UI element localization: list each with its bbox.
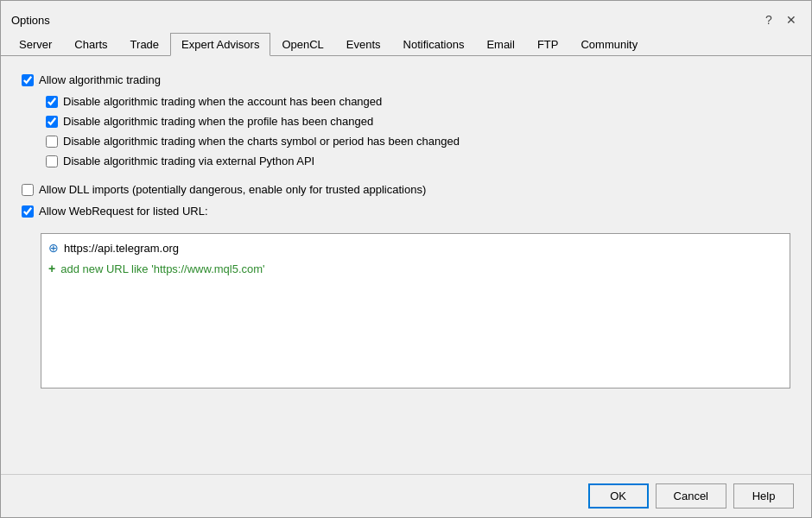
disable-account-label: Disable algorithmic trading when the acc… (63, 95, 382, 108)
disable-python-item[interactable]: Disable algorithmic trading via external… (46, 155, 790, 167)
add-url-placeholder: add new URL like 'https://www.mql5.com' (60, 262, 264, 275)
sub-checkbox-group: Disable algorithmic trading when the acc… (46, 95, 790, 167)
tab-opencl[interactable]: OpenCL (270, 33, 334, 56)
disable-python-checkbox[interactable] (46, 155, 58, 167)
tab-bar: Server Charts Trade Expert Advisors Open… (1, 32, 811, 56)
main-checkbox-group: Allow algorithmic trading Disable algori… (22, 73, 790, 388)
disable-account-checkbox[interactable] (46, 96, 58, 108)
allow-algorithmic-checkbox[interactable] (22, 74, 34, 86)
help-dialog-button[interactable]: Help (733, 483, 794, 509)
tab-expert-advisors[interactable]: Expert Advisors (170, 33, 270, 56)
allow-algorithmic-item[interactable]: Allow algorithmic trading (22, 73, 790, 86)
options-dialog: Options ? ✕ Server Charts Trade Expert A… (0, 0, 812, 518)
disable-profile-item[interactable]: Disable algorithmic trading when the pro… (46, 115, 790, 128)
bottom-bar: OK Cancel Help (1, 474, 811, 517)
disable-charts-checkbox[interactable] (46, 136, 58, 148)
content-area: Allow algorithmic trading Disable algori… (1, 56, 811, 474)
help-button[interactable]: ? (759, 10, 778, 29)
plus-icon: + (48, 262, 55, 275)
tab-ftp[interactable]: FTP (526, 33, 570, 56)
tab-trade[interactable]: Trade (119, 33, 170, 56)
url-entry-row[interactable]: ⊕ https://api.telegram.org (41, 237, 790, 258)
dialog-title: Options (11, 14, 50, 27)
globe-icon: ⊕ (48, 241, 59, 255)
allow-dll-item[interactable]: Allow DLL imports (potentially dangerous… (22, 183, 790, 196)
disable-profile-label: Disable algorithmic trading when the pro… (63, 115, 373, 128)
allow-algorithmic-label: Allow algorithmic trading (39, 73, 161, 86)
tab-server[interactable]: Server (8, 33, 63, 56)
tab-events[interactable]: Events (335, 33, 392, 56)
allow-dll-label: Allow DLL imports (potentially dangerous… (39, 183, 426, 196)
disable-account-item[interactable]: Disable algorithmic trading when the acc… (46, 95, 790, 108)
add-url-row[interactable]: + add new URL like 'https://www.mql5.com… (41, 258, 790, 279)
ok-button[interactable]: OK (588, 483, 649, 509)
title-bar-controls: ? ✕ (759, 10, 801, 29)
allow-webrequest-label: Allow WebRequest for listed URL: (39, 205, 208, 218)
url-entry-text: https://api.telegram.org (64, 242, 179, 255)
title-bar-left: Options (11, 14, 50, 27)
tab-community[interactable]: Community (569, 33, 649, 56)
tab-charts[interactable]: Charts (63, 33, 118, 56)
url-list: ⊕ https://api.telegram.org + add new URL… (41, 233, 790, 388)
disable-charts-label: Disable algorithmic trading when the cha… (63, 135, 460, 148)
allow-dll-checkbox[interactable] (22, 184, 34, 196)
disable-profile-checkbox[interactable] (46, 116, 58, 128)
cancel-button[interactable]: Cancel (656, 483, 726, 509)
disable-python-label: Disable algorithmic trading via external… (63, 155, 314, 167)
allow-webrequest-checkbox[interactable] (22, 205, 34, 218)
tab-email[interactable]: Email (475, 33, 526, 56)
title-bar: Options ? ✕ (1, 1, 811, 32)
disable-charts-item[interactable]: Disable algorithmic trading when the cha… (46, 135, 790, 148)
close-button[interactable]: ✕ (782, 10, 801, 29)
allow-webrequest-item[interactable]: Allow WebRequest for listed URL: (22, 205, 790, 218)
tab-notifications[interactable]: Notifications (392, 33, 476, 56)
